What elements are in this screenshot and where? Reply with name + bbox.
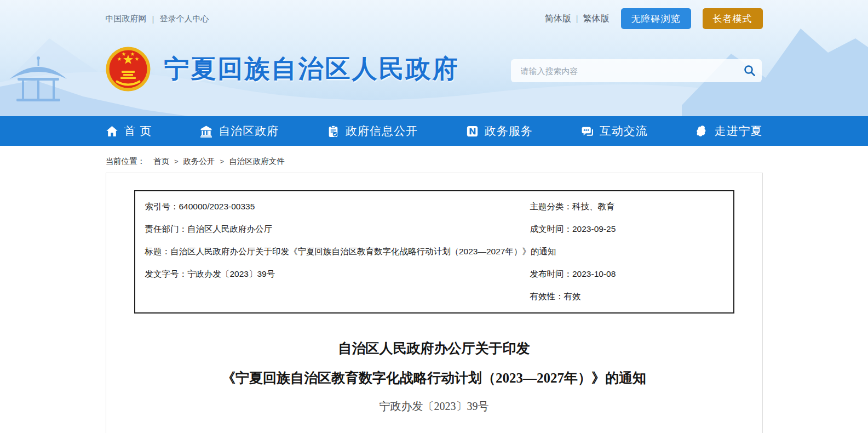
field-label: 索引号： — [145, 202, 179, 211]
field-label: 主题分类： — [530, 202, 573, 211]
doc-written-date: 成文时间：2023-09-25 — [520, 218, 733, 240]
document-panel: 索引号：640000/2023-00335 主题分类：科技、教育 责任部门：自治… — [106, 173, 763, 433]
field-label: 成文时间： — [530, 224, 573, 233]
login-link[interactable]: 登录个人中心 — [159, 14, 209, 24]
article-doc-number: 宁政办发〔2023〕39号 — [106, 401, 762, 412]
site-header: 中国政府网 | 登录个人中心 简体版 | 繁体版 无障碍浏览 长者模式 — [0, 0, 868, 116]
main-content: 当前位置： 首页 > 政务公开 > 自治区政府文件 索引号：640000/202… — [106, 156, 763, 433]
field-value: 2023-09-25 — [572, 224, 616, 233]
breadcrumb: 当前位置： 首页 > 政务公开 > 自治区政府文件 — [106, 156, 763, 167]
field-value: 自治区人民政府办公厅 — [187, 224, 272, 233]
article: 自治区人民政府办公厅关于印发 《宁夏回族自治区教育数字化战略行动计划（2023—… — [106, 341, 762, 412]
services-n-icon — [466, 125, 479, 138]
field-value: 有效 — [564, 292, 581, 301]
field-value: 自治区人民政府办公厅关于印发《宁夏回族自治区教育数字化战略行动计划（2023—2… — [170, 247, 556, 256]
language-switcher: 简体版 | 繁体版 — [545, 13, 610, 25]
nav-label: 首 页 — [124, 123, 152, 139]
nav-label: 政府信息公开 — [346, 123, 418, 139]
search-box — [511, 59, 762, 82]
field-label: 有效性： — [530, 292, 564, 301]
nav-item-info-disclosure[interactable]: 政府信息公开 — [327, 116, 418, 146]
simplified-chinese-link[interactable]: 简体版 — [545, 13, 571, 25]
separator: | — [152, 14, 154, 24]
home-icon — [106, 125, 118, 138]
main-navigation: 首 页 自治区政府 政府信息公开 — [0, 116, 868, 146]
site-title: 宁夏回族自治区人民政府 — [164, 52, 459, 86]
search-icon — [743, 64, 756, 77]
elder-mode-button[interactable]: 长者模式 — [703, 8, 763, 29]
field-value: 640000/2023-00335 — [179, 202, 255, 211]
field-label: 发文字号： — [145, 269, 188, 278]
interaction-chat-icon — [581, 125, 594, 138]
separator: | — [576, 14, 578, 23]
breadcrumb-separator: > — [220, 157, 225, 166]
doc-empty-cell — [135, 285, 520, 307]
doc-number-field: 发文字号：宁政办发〔2023〕39号 — [135, 263, 520, 285]
topbar-links-right: 简体版 | 繁体版 无障碍浏览 长者模式 — [545, 8, 763, 29]
doc-topic-category: 主题分类：科技、教育 — [520, 195, 733, 218]
nav-item-regional-government[interactable]: 自治区政府 — [200, 116, 279, 146]
breadcrumb-separator: > — [174, 157, 179, 166]
nav-label: 政务服务 — [485, 123, 533, 139]
search-input[interactable] — [511, 59, 738, 82]
breadcrumb-label: 当前位置： — [106, 156, 146, 167]
nav-label: 自治区政府 — [219, 123, 279, 139]
field-label: 责任部门： — [145, 224, 188, 233]
search-button[interactable] — [738, 59, 762, 82]
accessibility-button[interactable]: 无障碍浏览 — [621, 8, 691, 29]
document-metadata-table: 索引号：640000/2023-00335 主题分类：科技、教育 责任部门：自治… — [134, 190, 734, 314]
article-title-line1: 自治区人民政府办公厅关于印发 — [106, 341, 762, 355]
info-disclosure-icon — [327, 125, 340, 138]
nav-label: 互动交流 — [600, 123, 648, 139]
doc-title-field: 标题：自治区人民政府办公厅关于印发《宁夏回族自治区教育数字化战略行动计划（202… — [135, 240, 733, 263]
field-value: 宁政办发〔2023〕39号 — [187, 269, 275, 278]
breadcrumb-item-gov-documents[interactable]: 自治区政府文件 — [229, 156, 285, 167]
doc-responsible-department: 责任部门：自治区人民政府办公厅 — [135, 218, 520, 240]
field-value: 2023-10-08 — [572, 269, 616, 278]
nav-label: 走进宁夏 — [714, 123, 762, 139]
site-logo-link[interactable]: 宁夏回族自治区人民政府 — [106, 47, 459, 92]
article-title-line2: 《宁夏回族自治区教育数字化战略行动计划（2023—2027年）》的通知 — [106, 371, 762, 385]
government-building-icon — [200, 125, 212, 138]
nav-item-about-ningxia[interactable]: 走进宁夏 — [695, 116, 762, 146]
field-label: 发布时间： — [530, 269, 573, 278]
topbar: 中国政府网 | 登录个人中心 简体版 | 繁体版 无障碍浏览 长者模式 — [106, 0, 763, 29]
topbar-links-left: 中国政府网 | 登录个人中心 — [106, 14, 209, 24]
doc-publish-date: 发布时间：2023-10-08 — [520, 263, 733, 285]
doc-validity: 有效性：有效 — [520, 285, 733, 307]
nav-item-interaction[interactable]: 互动交流 — [581, 116, 648, 146]
national-emblem-icon — [106, 47, 151, 92]
traditional-chinese-link[interactable]: 繁体版 — [583, 13, 610, 25]
field-value: 科技、教育 — [572, 202, 615, 211]
nav-item-gov-services[interactable]: 政务服务 — [466, 116, 533, 146]
ningxia-map-icon — [695, 125, 708, 138]
breadcrumb-item-home[interactable]: 首页 — [153, 156, 169, 167]
gov-portal-link[interactable]: 中国政府网 — [106, 14, 147, 24]
nav-item-home[interactable]: 首 页 — [106, 116, 152, 146]
doc-index-number: 索引号：640000/2023-00335 — [135, 195, 520, 218]
breadcrumb-item-disclosure[interactable]: 政务公开 — [183, 156, 215, 167]
field-label: 标题： — [145, 247, 171, 256]
